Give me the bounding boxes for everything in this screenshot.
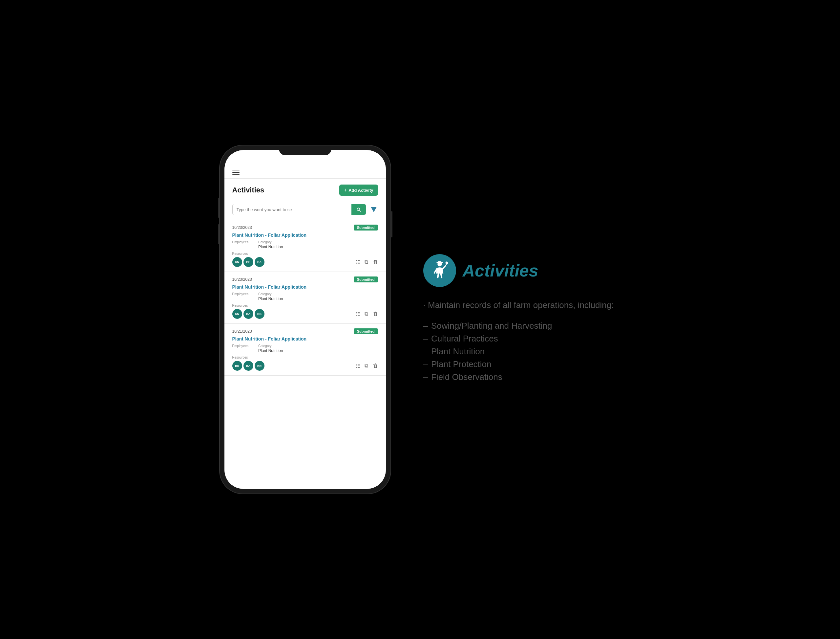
employees-field: Employees – [232,292,249,301]
add-activity-label: Add Activity [349,188,373,193]
info-list: Sowing/Planting and Harvesting Cultural … [423,321,614,382]
phone-notch [279,145,331,155]
plus-icon: + [344,187,347,193]
top-bar [224,167,386,179]
employees-label: Employees [232,240,249,244]
card-header: 10/23/2023 Submitted [232,277,378,282]
list-icon[interactable]: ☷ [355,363,360,369]
resources-label: Resources [232,304,378,307]
svg-rect-2 [438,261,441,263]
employees-value: – [232,297,249,301]
category-field: Category Plant Nutrition [258,292,283,301]
filter-icon [371,207,377,212]
employees-label: Employees [232,344,249,348]
info-panel: Activities · Maintain records of all far… [417,248,620,391]
card-footer: BE BA KN ☷ ⧉ 🗑 [232,361,378,371]
farmer-with-shovel-icon [430,261,450,280]
search-wrapper [232,204,366,215]
category-value: Plant Nutrition [258,297,283,301]
delete-icon[interactable]: 🗑 [373,311,378,317]
employees-field: Employees – [232,344,249,353]
search-button[interactable] [352,204,366,215]
avatar: KN [232,309,242,319]
employees-field: Employees – [232,240,249,249]
search-area [224,199,386,220]
resources-label: Resources [232,252,378,256]
card-fields: Employees – Category Plant Nutrition [232,240,378,249]
svg-line-7 [438,273,438,277]
card-footer: KN BE BA ☷ ⧉ 🗑 [232,257,378,267]
card-date: 10/23/2023 [232,277,252,282]
card-resources: Resources KN BE BA ☷ ⧉ 🗑 [232,252,378,267]
avatar-group: KN BE BA [232,257,265,267]
info-intro: · Maintain records of all farm operation… [423,299,614,312]
filter-button[interactable] [369,205,378,213]
card-date: 10/23/2023 [232,225,252,230]
copy-icon[interactable]: ⧉ [365,311,368,317]
svg-line-8 [441,273,441,277]
card-resources: Resources BE BA KN ☷ ⧉ 🗑 [232,356,378,371]
employees-label: Employees [232,292,249,296]
category-value: Plant Nutrition [258,348,283,353]
card-title[interactable]: Plant Nutrition - Foliar Application [232,285,378,289]
card-fields: Employees – Category Plant Nutrition [232,292,378,301]
card-footer: KN BA BB ☷ ⧉ 🗑 [232,309,378,319]
hamburger-menu-icon[interactable] [232,170,239,175]
category-label: Category [258,344,283,348]
status-badge: Submitted [354,277,378,282]
card-title[interactable]: Plant Nutrition - Foliar Application [232,232,378,238]
avatar: BE [244,257,253,267]
card-actions: ☷ ⧉ 🗑 [355,259,378,265]
list-item: Field Observations [423,372,614,382]
employees-value: – [232,348,249,353]
avatar: BA [244,309,253,319]
list-icon[interactable]: ☷ [355,259,360,265]
activity-card: 10/21/2023 Submitted Plant Nutrition - F… [224,324,386,376]
delete-icon[interactable]: 🗑 [373,363,378,369]
phone-mockup: Activities + Add Activity [220,145,390,494]
status-badge: Submitted [354,225,378,230]
list-item: Sowing/Planting and Harvesting [423,321,614,331]
card-fields: Employees – Category Plant Nutrition [232,344,378,353]
card-header: 10/21/2023 Submitted [232,328,378,334]
list-item: Plant Nutrition [423,347,614,357]
activity-card: 10/23/2023 Submitted Plant Nutrition - F… [224,272,386,324]
activities-list: 10/23/2023 Submitted Plant Nutrition - F… [224,220,386,477]
avatar: BE [232,361,242,371]
page-title: Activities [232,186,265,194]
avatar: BA [244,361,253,371]
svg-line-4 [443,266,445,269]
card-title[interactable]: Plant Nutrition - Foliar Application [232,336,378,342]
info-panel-title: Activities [463,261,539,280]
list-icon[interactable]: ☷ [355,311,360,317]
search-input[interactable] [233,204,352,215]
list-item: Plant Protection [423,359,614,369]
avatar: KN [232,257,242,267]
info-panel-body: · Maintain records of all farm operation… [423,299,614,382]
delete-icon[interactable]: 🗑 [373,259,378,265]
card-resources: Resources KN BA BB ☷ ⧉ 🗑 [232,304,378,319]
avatar-group: KN BA BB [232,309,265,319]
category-label: Category [258,292,283,296]
activities-header: Activities + Add Activity [224,179,386,199]
app-content: Activities + Add Activity [224,150,386,489]
activities-icon-circle [423,254,456,287]
copy-icon[interactable]: ⧉ [365,363,368,369]
avatar: BB [255,309,265,319]
copy-icon[interactable]: ⧉ [365,259,368,265]
add-activity-button[interactable]: + Add Activity [339,184,378,196]
svg-rect-6 [445,261,449,265]
list-item: Cultural Practices [423,334,614,344]
card-header: 10/23/2023 Submitted [232,225,378,230]
avatar-group: BE BA KN [232,361,265,371]
search-icon [356,207,361,212]
intro-text: Maintain records of all farm operations,… [428,300,614,310]
activity-card: 10/23/2023 Submitted Plant Nutrition - F… [224,220,386,272]
bullet-char: · [423,300,426,310]
category-field: Category Plant Nutrition [258,344,283,353]
card-date: 10/21/2023 [232,329,252,334]
card-actions: ☷ ⧉ 🗑 [355,311,378,317]
category-label: Category [258,240,283,244]
card-actions: ☷ ⧉ 🗑 [355,363,378,369]
avatar: KN [255,361,265,371]
